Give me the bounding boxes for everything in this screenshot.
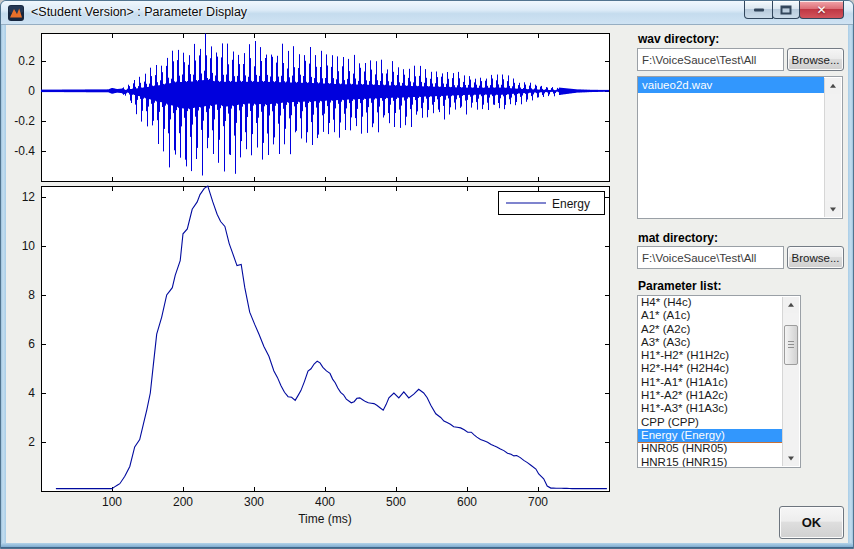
energy-x-tick-label: 700 [528,495,548,509]
ok-button[interactable]: OK [779,506,844,539]
scroll-up-button[interactable] [783,297,799,313]
list-item[interactable]: A3* (A3c) [638,336,782,349]
window-controls: ✕ [745,1,844,19]
energy-x-tick-label: 100 [102,495,122,509]
list-item[interactable]: A1* (A1c) [638,309,782,322]
parameter-display-window: <Student Version> : Parameter Display ✕ … [0,0,854,549]
plots-canvas: -0.4-0.200.22468101210020030040050060070… [6,25,636,545]
triangle-up-icon [830,84,836,88]
scroll-down-button[interactable] [825,201,841,217]
mat-directory-input[interactable] [637,246,784,269]
list-item[interactable]: H1*-H2* (H1H2c) [638,349,782,362]
list-item[interactable]: vaiueo2d.wav [638,77,824,93]
waveform-y-tick-label: -0.4 [14,144,35,158]
list-item[interactable]: H2*-H4* (H2H4c) [638,362,782,375]
legend: Energy [499,192,605,215]
list-item[interactable]: H1*-A1* (H1A1c) [638,376,782,389]
energy-y-tick-label: 6 [28,337,35,351]
minimize-button[interactable] [744,1,773,19]
list-item[interactable]: A2* (A2c) [638,323,782,336]
energy-x-tick-label: 200 [173,495,193,509]
wav-directory-input[interactable] [637,48,784,71]
list-item[interactable]: HNR05 (HNR05) [638,442,782,455]
energy-y-tick-label: 8 [28,288,35,302]
close-button[interactable]: ✕ [799,1,844,19]
titlebar[interactable]: <Student Version> : Parameter Display ✕ [1,1,853,25]
mat-browse-button[interactable]: Browse... [787,246,844,269]
energy-y-tick-label: 2 [28,435,35,449]
scroll-up-button[interactable] [825,78,841,94]
window-border-bottom [1,543,853,548]
minimize-icon [754,8,764,11]
scrollbar-thumb[interactable] [784,325,798,365]
scroll-down-button[interactable] [783,450,799,466]
energy-x-tick-label: 600 [457,495,477,509]
window-title: <Student Version> : Parameter Display [31,5,247,19]
list-item[interactable]: CPP (CPP) [638,416,782,429]
waveform-y-tick-label: 0 [28,84,35,98]
wav-browse-button[interactable]: Browse... [787,48,844,71]
wav-file-items: vaiueo2d.wav [638,77,824,218]
waveform-y-tick-label: 0.2 [18,54,35,68]
close-icon: ✕ [800,3,843,17]
maximize-button[interactable] [772,1,800,19]
list-item[interactable]: HNR15 (HNR15) [638,456,782,467]
window-border-right [848,25,853,543]
wav-directory-label: wav directory: [638,32,719,46]
wav-file-list[interactable]: vaiueo2d.wav [637,76,843,219]
parameter-list-label: Parameter list: [638,279,721,293]
scrollbar-grip-icon [788,341,794,349]
client-area: -0.4-0.200.22468101210020030040050060070… [6,25,848,543]
waveform-y-tick-label: -0.2 [14,114,35,128]
mat-directory-label: mat directory: [638,231,718,245]
matlab-icon [8,5,24,21]
window-border-left [1,25,6,543]
energy-x-tick-label: 300 [244,495,264,509]
energy-x-tick-label: 400 [315,495,335,509]
parameter-list[interactable]: H4* (H4c)A1* (A1c)A2* (A2c)A3* (A3c)H1*-… [637,295,801,468]
energy-axes: 24681012100200300400500600700Time (ms) [22,186,609,526]
energy-y-tick-label: 4 [28,386,35,400]
energy-y-tick-label: 10 [22,239,36,253]
triangle-up-icon [788,303,794,307]
list-item[interactable]: H1*-A3* (H1A3c) [638,402,782,415]
parameter-list-scrollbar[interactable] [782,297,799,466]
parameter-items: H4* (H4c)A1* (A1c)A2* (A2c)A3* (A3c)H1*-… [638,296,782,467]
energy-x-axis-label: Time (ms) [298,512,352,526]
wav-list-scrollbar[interactable] [824,78,841,217]
list-item[interactable]: Energy (Energy) [638,429,782,442]
energy-y-tick-label: 12 [22,190,36,204]
legend-entry-label: Energy [552,197,590,211]
list-item[interactable]: H4* (H4c) [638,296,782,309]
triangle-down-icon [788,456,794,460]
list-item[interactable]: H1*-A2* (H1A2c) [638,389,782,402]
triangle-down-icon [830,207,836,211]
energy-x-tick-label: 500 [386,495,406,509]
maximize-icon [781,5,792,14]
